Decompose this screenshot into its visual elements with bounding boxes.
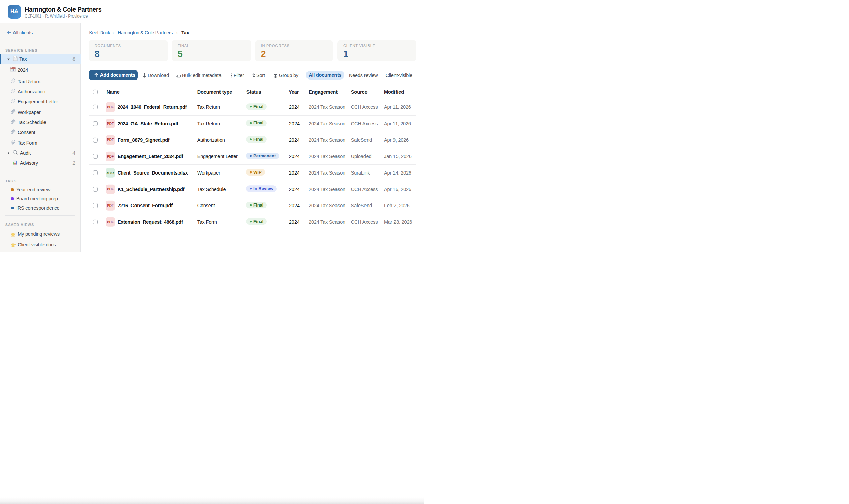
svg-text:17: 17 [12, 68, 14, 71]
